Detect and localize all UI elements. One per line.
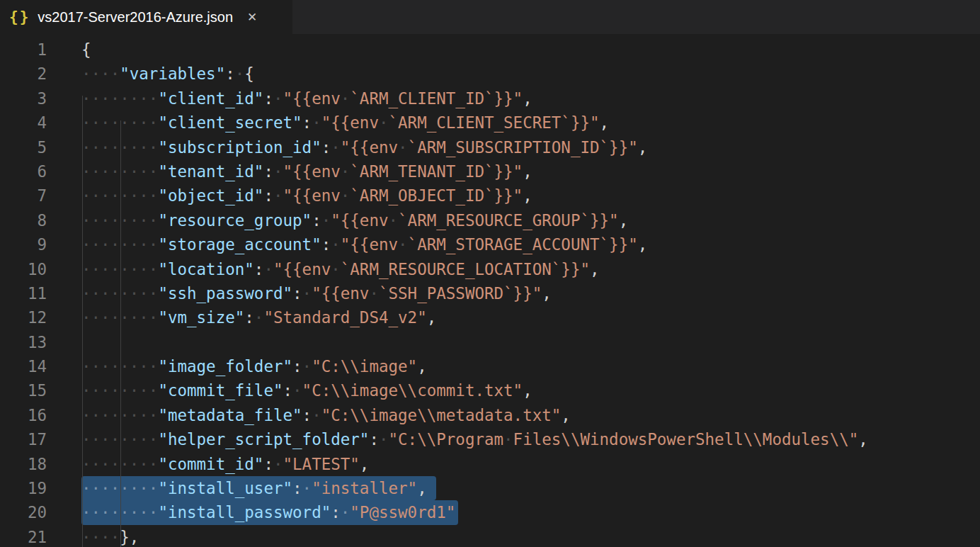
code-line-6[interactable]: 6········"tenant_id":·"{{env·`ARM_TENANT… <box>0 159 980 184</box>
whitespace-dot: · <box>130 455 139 473</box>
whitespace: ········ <box>81 211 158 230</box>
line-number[interactable]: 7 <box>0 184 47 208</box>
line-number[interactable]: 1 <box>0 38 47 62</box>
code-line-8[interactable]: 8········"resource_group":·"{{env·`ARM_R… <box>0 208 980 232</box>
whitespace-dot: · <box>130 406 139 424</box>
code-line-17[interactable]: 17········"helper_script_folder":·"C:\\P… <box>0 427 980 451</box>
line-number[interactable]: 8 <box>0 208 47 232</box>
line-number[interactable]: 10 <box>0 257 47 281</box>
code-line-11[interactable]: 11········"ssh_password":·"{{env·`SSH_PA… <box>0 281 980 305</box>
whitespace: · <box>302 479 312 497</box>
code-line-15[interactable]: 15········"commit_file":·"C:\\image\\com… <box>0 378 980 402</box>
whitespace-dot: · <box>139 430 149 449</box>
whitespace-dot: · <box>101 138 110 157</box>
line-number[interactable]: 14 <box>0 354 47 378</box>
whitespace-dot: · <box>235 64 245 83</box>
whitespace-dot: · <box>139 235 149 254</box>
line-number[interactable]: 19 <box>0 476 47 500</box>
json-string: "{{env·`ARM_CLIENT_ID`}}" <box>283 89 523 108</box>
line-number[interactable]: 20 <box>0 500 47 524</box>
whitespace: · <box>273 186 283 205</box>
line-number[interactable]: 12 <box>0 305 47 329</box>
json-string: "{{env·`ARM_CLIENT_SECRET`}}" <box>321 113 600 132</box>
code-line-21[interactable]: 21····}, <box>0 525 980 547</box>
whitespace-dot: · <box>81 64 91 83</box>
json-key: "storage_account" <box>158 235 321 254</box>
code-line-14[interactable]: 14········"image_folder":·"C:\\image", <box>0 354 980 378</box>
line-number[interactable]: 9 <box>0 232 47 256</box>
line-content: ········"object_id":·"{{env·`ARM_OBJECT_… <box>81 184 532 208</box>
code-line-12[interactable]: 12········"vm_size":·"Standard_DS4_v2", <box>0 305 980 329</box>
whitespace-dot: · <box>91 211 101 230</box>
whitespace: ···· <box>81 64 120 83</box>
whitespace: ········ <box>81 138 158 157</box>
line-number[interactable]: 6 <box>0 159 47 184</box>
whitespace-dot: · <box>130 162 139 181</box>
line-number[interactable]: 18 <box>0 452 47 476</box>
line-number[interactable]: 4 <box>0 111 47 135</box>
code-line-9[interactable]: 9········"storage_account":·"{{env·`ARM_… <box>0 232 980 256</box>
tab-title: vs2017-Server2016-Azure.json <box>38 9 233 26</box>
whitespace-dot: · <box>91 186 101 205</box>
punctuation: , <box>590 260 600 278</box>
line-content: ········"commit_file":·"C:\\image\\commi… <box>81 378 532 402</box>
line-content: ········"client_secret":·"{{env·`ARM_CLI… <box>81 111 609 135</box>
code-line-2[interactable]: 2····"variables":·{ <box>0 62 980 86</box>
line-number[interactable]: 3 <box>0 86 47 111</box>
whitespace-dot: · <box>101 430 110 449</box>
whitespace-dot: · <box>120 308 130 327</box>
line-number[interactable]: 13 <box>0 330 47 354</box>
whitespace-dot: · <box>110 284 120 303</box>
code-editor[interactable]: 1{2····"variables":·{3········"client_id… <box>0 34 980 547</box>
code-line-20[interactable]: 20········"install_password":·"P@ssw0rd1… <box>0 500 980 524</box>
line-number[interactable]: 11 <box>0 281 47 305</box>
code-line-4[interactable]: 4········"client_secret":·"{{env·`ARM_CL… <box>0 111 980 135</box>
punctuation: : <box>302 113 312 132</box>
line-content: ········"install_user":·"installer", <box>81 476 436 500</box>
tab-vs2017-server2016-azure-json[interactable]: {} vs2017-Server2016-Azure.json ✕ <box>0 0 292 34</box>
line-number[interactable]: 16 <box>0 403 47 427</box>
code-line-3[interactable]: 3········"client_id":·"{{env·`ARM_CLIENT… <box>0 86 980 111</box>
line-number[interactable]: 17 <box>0 427 47 451</box>
code-line-18[interactable]: 18········"commit_id":·"LATEST", <box>0 452 980 476</box>
line-content: { <box>81 38 91 62</box>
whitespace-dot: · <box>110 260 120 278</box>
whitespace: ········ <box>81 479 158 497</box>
whitespace-dot: · <box>139 357 149 376</box>
line-content: ········"subscription_id":·"{{env·`ARM_S… <box>81 135 647 159</box>
whitespace: ········ <box>81 162 158 181</box>
code-line-19[interactable]: 19········"install_user":·"installer", <box>0 476 980 500</box>
code-line-7[interactable]: 7········"object_id":·"{{env·`ARM_OBJECT… <box>0 184 980 208</box>
code-line-10[interactable]: 10········"location":·"{{env·`ARM_RESOUR… <box>0 257 980 281</box>
code-line-16[interactable]: 16········"metadata_file":·"C:\\image\\m… <box>0 403 980 427</box>
whitespace: ········ <box>81 260 158 278</box>
line-number[interactable]: 21 <box>0 525 47 547</box>
whitespace-dot: · <box>331 138 341 157</box>
line-number[interactable]: 15 <box>0 378 47 402</box>
punctuation: : <box>321 138 331 157</box>
whitespace-dot: · <box>101 211 110 230</box>
whitespace-dot: · <box>81 503 91 521</box>
whitespace-dot: · <box>110 381 120 400</box>
punctuation: : <box>321 235 331 254</box>
whitespace: · <box>379 430 389 449</box>
whitespace-dot: · <box>139 113 149 132</box>
tab-close-icon[interactable]: ✕ <box>247 10 257 24</box>
code-line-1[interactable]: 1{ <box>0 38 980 62</box>
whitespace-dot: · <box>130 357 139 376</box>
whitespace-dot: · <box>341 89 351 108</box>
whitespace-dot: · <box>101 89 110 108</box>
punctuation: : <box>263 162 273 181</box>
json-key: "image_folder" <box>158 357 292 376</box>
code-line-5[interactable]: 5········"subscription_id":·"{{env·`ARM_… <box>0 135 980 159</box>
whitespace-dot: · <box>130 260 139 278</box>
whitespace-dot: · <box>120 430 130 449</box>
punctuation: : <box>369 430 379 449</box>
whitespace-dot: · <box>302 479 312 497</box>
punctuation: { <box>244 64 254 83</box>
whitespace-dot: · <box>101 113 110 132</box>
line-number[interactable]: 5 <box>0 135 47 159</box>
line-number[interactable]: 2 <box>0 62 47 86</box>
whitespace-dot: · <box>139 138 149 157</box>
code-line-13[interactable]: 13 <box>0 330 980 354</box>
